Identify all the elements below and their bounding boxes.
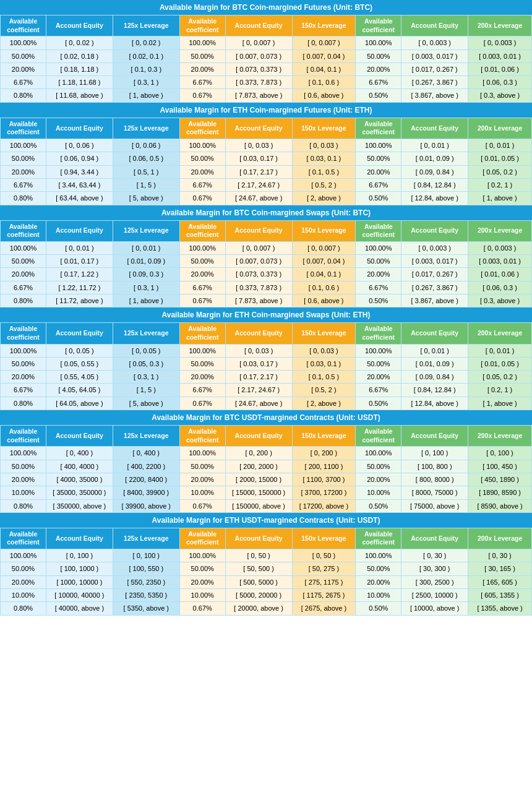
- td-coef-5-2-3: 10.00%: [356, 589, 401, 602]
- th-acct-eq-5-1: Account Equity: [225, 528, 292, 549]
- td-lev-3-0-1: [ 0.05, 0.3 ): [113, 357, 179, 370]
- td-lev-5-2-3: [ 605, 1355 ): [468, 589, 532, 602]
- td-lev-5-1-1: [ 50, 275 ): [292, 562, 356, 575]
- th-leverage-1-1: 150x Leverage: [292, 118, 356, 139]
- td-acct-2-1-3: [ 0.373, 7.873 ): [225, 281, 292, 294]
- section-table-4: Available coefficientAccount Equity125x …: [0, 425, 532, 513]
- th-acct-eq-1-1: Account Equity: [225, 118, 292, 139]
- td-lev-2-2-3: [ 0.06, 0.3 ): [468, 281, 532, 294]
- td-lev-3-1-3: [ 0.5, 2 ): [292, 384, 356, 397]
- td-lev-4-1-2: [ 1100, 3700 ): [292, 473, 356, 486]
- td-acct-2-1-1: [ 0.007, 0.073 ): [225, 255, 292, 268]
- td-acct-4-0-2: [ 4000, 35000 ): [46, 473, 113, 486]
- table-row: 0.80%[ 350000, above )[ 39900, above )0.…: [1, 499, 532, 512]
- td-lev-2-0-4: [ 1, above ): [113, 294, 179, 307]
- td-acct-2-2-3: [ 0.267, 3.867 ): [401, 281, 468, 294]
- td-lev-3-1-0: [ 0, 0.03 ): [292, 344, 356, 357]
- th-avail-coef-2-2: Available coefficient: [356, 220, 401, 241]
- td-acct-2-2-2: [ 0.017, 0.267 ): [401, 268, 468, 281]
- th-avail-coef-0-2: Available coefficient: [356, 15, 401, 37]
- td-lev-3-0-0: [ 0, 0.05 ): [113, 344, 179, 357]
- td-coef-5-0-0: 100.00%: [1, 549, 46, 562]
- td-coef-1-2-1: 50.00%: [356, 152, 401, 165]
- page: Available Margin for BTC Coin-margined F…: [0, 0, 532, 616]
- td-lev-4-2-4: [ 8590, above ): [468, 499, 532, 512]
- td-lev-5-2-4: [ 1355, above ): [468, 602, 532, 615]
- table-row: 6.67%[ 3.44, 63.44 )[ 1, 5 )6.67%[ 2.17,…: [1, 178, 532, 191]
- td-acct-0-1-0: [ 0, 0.007 ): [225, 37, 292, 49]
- td-lev-2-2-2: [ 0.01, 0.06 ): [468, 268, 532, 281]
- th-leverage-0-2: 200x Leverage: [468, 15, 532, 37]
- td-coef-4-1-0: 100.00%: [179, 447, 225, 460]
- td-lev-4-1-3: [ 3700, 17200 ): [292, 486, 356, 499]
- td-coef-4-0-4: 0.80%: [1, 499, 46, 512]
- td-coef-1-1-0: 100.00%: [179, 139, 225, 152]
- th-leverage-2-2: 200x Leverage: [468, 220, 532, 241]
- table-row: 6.67%[ 1.18, 11.68 )[ 0.3, 1 )6.67%[ 0.3…: [1, 76, 532, 89]
- td-acct-3-2-1: [ 0.01, 0.09 ): [401, 357, 468, 370]
- td-coef-0-0-2: 20.00%: [1, 62, 46, 75]
- td-acct-2-1-4: [ 7.873, above ): [225, 294, 292, 307]
- td-coef-0-2-0: 100.00%: [356, 37, 401, 49]
- td-lev-2-1-3: [ 0.1, 0.6 ): [292, 281, 356, 294]
- td-lev-3-2-3: [ 0.2, 1 ): [468, 384, 532, 397]
- td-lev-0-2-0: [ 0, 0.003 ): [468, 37, 532, 49]
- td-lev-2-1-4: [ 0.6, above ): [292, 294, 356, 307]
- td-acct-5-2-1: [ 30, 300 ): [401, 562, 468, 575]
- td-coef-4-0-2: 20.00%: [1, 473, 46, 486]
- td-lev-3-2-4: [ 1, above ): [468, 397, 532, 410]
- td-coef-4-0-3: 10.00%: [1, 486, 46, 499]
- table-row: 100.00%[ 0, 100 )[ 0, 100 )100.00%[ 0, 5…: [1, 549, 532, 562]
- td-lev-5-1-2: [ 275, 1175 ): [292, 575, 356, 588]
- th-leverage-1-0: 125x Leverage: [113, 118, 179, 139]
- td-coef-1-0-0: 100.00%: [1, 139, 46, 152]
- td-acct-5-2-2: [ 300, 2500 ): [401, 575, 468, 588]
- td-acct-5-2-0: [ 0, 30 ): [401, 549, 468, 562]
- table-row: 50.00%[ 0.05, 0.55 )[ 0.05, 0.3 )50.00%[…: [1, 357, 532, 370]
- td-coef-5-1-3: 10.00%: [179, 589, 225, 602]
- td-lev-2-0-0: [ 0, 0.01 ): [113, 241, 179, 254]
- td-lev-1-1-4: [ 2, above ): [292, 192, 356, 205]
- table-row: 0.80%[ 63.44, above )[ 5, above )0.67%[ …: [1, 192, 532, 205]
- section-header-1: Available Margin for ETH Coin-margined F…: [0, 103, 532, 118]
- th-avail-coef-4-1: Available coefficient: [179, 426, 225, 447]
- td-lev-5-0-1: [ 100, 550 ): [113, 562, 179, 575]
- td-coef-2-2-1: 50.00%: [356, 255, 401, 268]
- td-acct-1-1-3: [ 2.17, 24.67 ): [225, 178, 292, 191]
- td-lev-4-2-3: [ 1890, 8590 ): [468, 486, 532, 499]
- td-coef-0-1-1: 50.00%: [179, 49, 225, 62]
- td-lev-3-0-2: [ 0.3, 1 ): [113, 371, 179, 384]
- th-avail-coef-2-1: Available coefficient: [179, 220, 225, 241]
- td-acct-3-0-2: [ 0.55, 4.05 ): [46, 371, 113, 384]
- td-acct-4-0-3: [ 35000, 350000 ): [46, 486, 113, 499]
- th-leverage-1-2: 200x Leverage: [468, 118, 532, 139]
- th-leverage-4-2: 200x Leverage: [468, 426, 532, 447]
- table-row: 10.00%[ 10000, 40000 )[ 2350, 5350 )10.0…: [1, 589, 532, 602]
- td-coef-4-0-1: 50.00%: [1, 460, 46, 473]
- td-coef-2-2-0: 100.00%: [356, 241, 401, 254]
- td-lev-0-1-3: [ 0.1, 0.6 ): [292, 76, 356, 89]
- td-acct-3-0-3: [ 4.05, 64.05 ): [46, 384, 113, 397]
- td-acct-1-2-2: [ 0.09, 0.84 ): [401, 165, 468, 178]
- th-leverage-0-1: 150x Leverage: [292, 15, 356, 37]
- td-coef-5-1-2: 20.00%: [179, 575, 225, 588]
- td-coef-5-2-4: 0.50%: [356, 602, 401, 615]
- td-coef-1-0-4: 0.80%: [1, 192, 46, 205]
- td-coef-3-2-2: 20.00%: [356, 371, 401, 384]
- table-row: 0.80%[ 40000, above )[ 5350, above )0.67…: [1, 602, 532, 615]
- td-coef-3-1-3: 6.67%: [179, 384, 225, 397]
- th-acct-eq-5-0: Account Equity: [46, 528, 113, 549]
- td-acct-5-2-4: [ 10000, above ): [401, 602, 468, 615]
- td-acct-2-1-2: [ 0.073, 0.373 ): [225, 268, 292, 281]
- section-header-5: Available Margin for ETH USDT-margined C…: [0, 513, 532, 528]
- td-acct-1-2-4: [ 12.84, above ): [401, 192, 468, 205]
- td-acct-0-1-2: [ 0.073, 0.373 ): [225, 62, 292, 75]
- td-coef-1-0-3: 6.67%: [1, 178, 46, 191]
- td-lev-4-1-0: [ 0, 200 ): [292, 447, 356, 460]
- td-acct-3-2-3: [ 0.84, 12.84 ): [401, 384, 468, 397]
- td-acct-1-2-1: [ 0.01, 0.09 ): [401, 152, 468, 165]
- th-leverage-3-0: 125x Leverage: [113, 323, 179, 344]
- td-lev-1-2-1: [ 0.01, 0.05 ): [468, 152, 532, 165]
- td-coef-5-2-2: 20.00%: [356, 575, 401, 588]
- td-coef-2-0-0: 100.00%: [1, 241, 46, 254]
